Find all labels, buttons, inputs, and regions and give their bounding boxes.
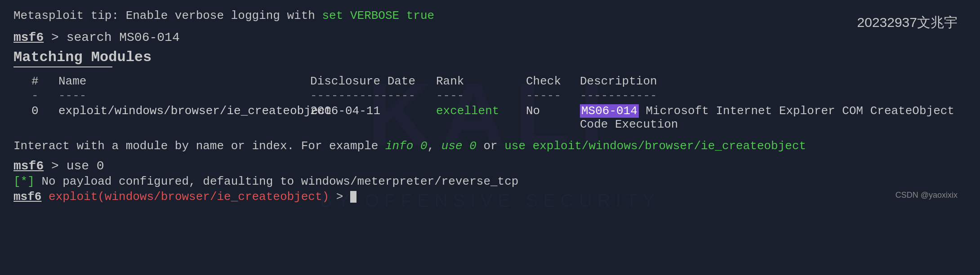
header-rank: Rank (436, 75, 526, 88)
sep-name: ---- (58, 89, 310, 102)
sep-rank: ---- (436, 89, 526, 102)
header-check: Check (526, 75, 580, 88)
final-space (41, 190, 49, 204)
search-gt: > (44, 31, 66, 44)
use-prompt-line: msf6 > use 0 (13, 159, 967, 173)
row-date: 2006-04-11 (310, 104, 436, 131)
interact-example2: use 0 (441, 139, 477, 153)
search-prompt-line: msf6 > search MS06-014 (13, 31, 967, 44)
corner-label: 20232937文兆宇 (857, 13, 958, 32)
tip-line: Metasploit tip: Enable verbose logging w… (13, 9, 967, 22)
header-num: # (31, 75, 58, 88)
row-rank: excellent (436, 104, 526, 131)
search-command: search MS06-014 (67, 31, 180, 44)
star-line: [*] No payload configured, defaulting to… (13, 175, 967, 188)
terminal: 20232937文兆宇 Metasploit tip: Enable verbo… (0, 0, 980, 275)
interact-example3: use exploit/windows/browser/ie_createobj… (504, 139, 806, 153)
matching-modules-heading: Matching Modules (13, 49, 967, 66)
header-name: Name (58, 75, 310, 88)
star-bracket: [*] (13, 175, 35, 188)
interact-prefix: Interact with a module by name or index.… (13, 139, 385, 153)
bottom-right-label: CSDN @yaoxixix (895, 191, 958, 200)
final-exploit: exploit(windows/browser/ie_createobject) (49, 190, 329, 204)
search-msf6: msf6 (13, 31, 44, 44)
star-text: No payload configured, defaulting to win… (35, 175, 519, 188)
interact-or: or (477, 139, 504, 153)
table-separator: - ---- --------------- ---- ----- ------… (13, 89, 967, 102)
use-msf6: msf6 (13, 159, 44, 173)
row-check: No (526, 104, 580, 131)
final-gt: > (329, 190, 350, 204)
heading-underline (13, 67, 112, 67)
final-msf6: msf6 (13, 190, 41, 204)
sep-desc: ----------- (580, 89, 967, 102)
header-date: Disclosure Date (310, 75, 436, 88)
header-desc: Description (580, 75, 967, 88)
table-row: 0 exploit/windows/browser/ie_createobjec… (13, 104, 967, 131)
sep-num: - (31, 89, 58, 102)
row-num: 0 (31, 104, 58, 131)
interact-example1: info 0 (385, 139, 428, 153)
tip-prefix: Metasploit tip: Enable verbose logging w… (13, 9, 322, 22)
sep-check: ----- (526, 89, 580, 102)
row-name: exploit/windows/browser/ie_createobject (58, 104, 310, 131)
tip-command: set VERBOSE true (322, 9, 435, 22)
row-desc: MS06-014 Microsoft Internet Explorer COM… (580, 104, 967, 131)
use-gt: > (44, 159, 66, 173)
table-header: # Name Disclosure Date Rank Check Descri… (13, 75, 967, 88)
cursor (350, 191, 356, 203)
sep-date: --------------- (310, 89, 436, 102)
use-command: use 0 (67, 159, 104, 173)
cve-highlight: MS06-014 (580, 104, 639, 118)
interact-line: Interact with a module by name or index.… (13, 139, 967, 153)
interact-comma: , (428, 139, 441, 153)
final-prompt-line: msf6 exploit(windows/browser/ie_createob… (13, 190, 967, 204)
